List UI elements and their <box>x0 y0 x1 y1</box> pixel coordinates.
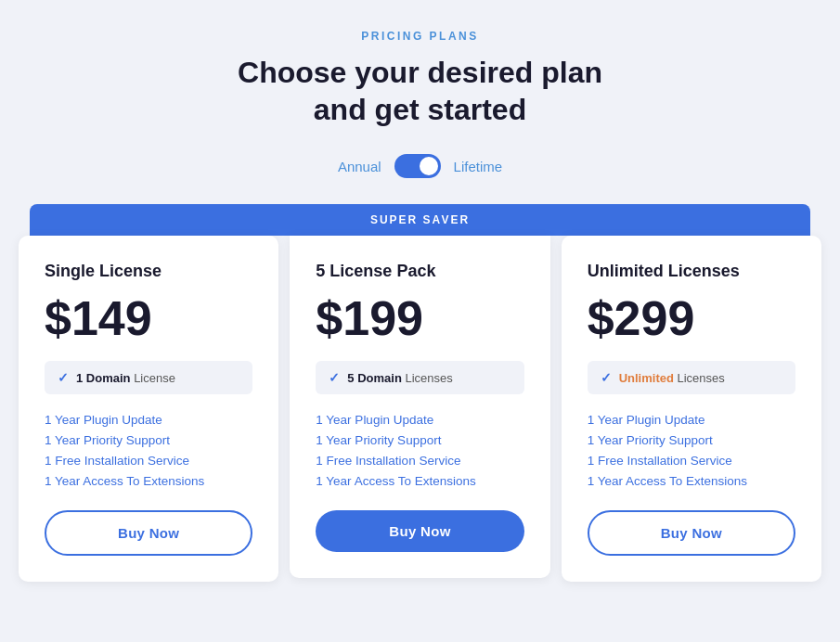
feature-list-unlimited: 1 Year Plugin Update 1 Year Priority Sup… <box>588 413 795 488</box>
buy-button-five-pack[interactable]: Buy Now <box>316 510 523 552</box>
plan-price-five-pack: $199 <box>316 294 523 342</box>
plan-name-unlimited: Unlimited Licenses <box>588 262 795 281</box>
license-badge-five-pack: ✓ 5 Domain Licenses <box>316 361 523 394</box>
feature-item: 1 Year Access To Extensions <box>45 474 252 488</box>
main-title-line2: and get started <box>314 93 526 126</box>
feature-item: 1 Year Plugin Update <box>588 413 795 427</box>
billing-toggle: Annual Lifetime <box>19 154 821 178</box>
feature-item: 1 Year Priority Support <box>45 433 252 447</box>
main-title: Choose your desired plan and get started <box>19 54 821 128</box>
feature-item: 1 Year Access To Extensions <box>588 474 795 488</box>
annual-label: Annual <box>338 159 381 174</box>
license-text-single: 1 Domain License <box>76 371 175 385</box>
super-saver-badge: SUPER SAVER <box>30 204 810 236</box>
feature-item: 1 Year Priority Support <box>588 433 795 447</box>
feature-item: 1 Free Installation Service <box>45 454 252 468</box>
header: PRICING PLANS Choose your desired plan a… <box>19 30 821 128</box>
plan-card-five-pack: 5 License Pack $199 ✓ 5 Domain Licenses … <box>290 236 549 578</box>
check-icon-single: ✓ <box>58 370 69 385</box>
feature-item: 1 Year Access To Extensions <box>316 474 523 488</box>
plan-name-five-pack: 5 License Pack <box>316 262 523 281</box>
feature-item: 1 Year Plugin Update <box>316 413 523 427</box>
page-container: PRICING PLANS Choose your desired plan a… <box>19 30 821 582</box>
toggle-thumb <box>420 157 438 175</box>
billing-toggle-switch[interactable] <box>394 154 441 178</box>
buy-button-single[interactable]: Buy Now <box>45 510 252 556</box>
plan-card-single: Single License $149 ✓ 1 Domain License 1… <box>19 236 278 582</box>
feature-item: 1 Year Priority Support <box>316 433 523 447</box>
license-badge-unlimited: ✓ Unlimited Licenses <box>588 361 795 394</box>
check-icon-unlimited: ✓ <box>601 370 612 385</box>
plan-price-unlimited: $299 <box>588 294 795 342</box>
plan-name-single: Single License <box>45 262 252 281</box>
pricing-plans-label: PRICING PLANS <box>19 30 821 43</box>
feature-list-five-pack: 1 Year Plugin Update 1 Year Priority Sup… <box>316 413 523 488</box>
license-badge-single: ✓ 1 Domain License <box>45 361 252 394</box>
lifetime-label: Lifetime <box>454 159 503 174</box>
feature-item: 1 Free Installation Service <box>588 454 795 468</box>
license-text-unlimited: Unlimited Licenses <box>619 371 725 385</box>
feature-item: 1 Free Installation Service <box>316 454 523 468</box>
plan-card-unlimited: Unlimited Licenses $299 ✓ Unlimited Lice… <box>562 236 821 582</box>
plan-price-single: $149 <box>45 294 252 342</box>
feature-list-single: 1 Year Plugin Update 1 Year Priority Sup… <box>45 413 252 488</box>
main-title-line1: Choose your desired plan <box>238 56 602 89</box>
check-icon-five-pack: ✓ <box>329 370 340 385</box>
feature-item: 1 Year Plugin Update <box>45 413 252 427</box>
buy-button-unlimited[interactable]: Buy Now <box>588 510 795 556</box>
license-text-five-pack: 5 Domain Licenses <box>347 371 452 385</box>
plans-container: Single License $149 ✓ 1 Domain License 1… <box>19 236 821 582</box>
